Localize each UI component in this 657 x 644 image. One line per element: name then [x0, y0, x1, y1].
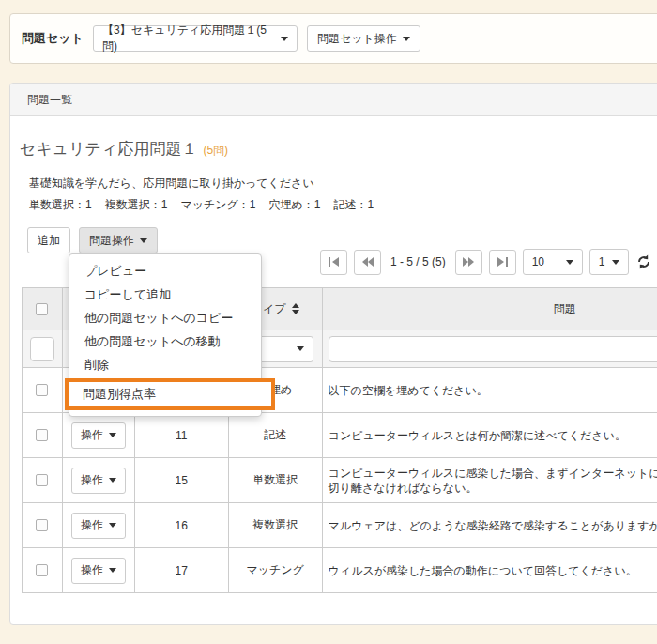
- page: 問題セット 【3】セキュリティ応用問題１(5問) 問題セット操作 問題一覧 セキ…: [0, 0, 657, 644]
- row-type: 記述: [229, 413, 323, 458]
- row-checkbox[interactable]: [36, 384, 48, 396]
- type-count: 複数選択：1: [105, 197, 168, 213]
- panel-header-title: 問題一覧: [27, 92, 72, 108]
- type-count: 穴埋め：1: [268, 197, 320, 213]
- question-operations-button[interactable]: 問題操作: [79, 227, 158, 253]
- row-type: 単数選択: [229, 458, 323, 503]
- add-button[interactable]: 追加: [27, 227, 70, 253]
- row-checkbox[interactable]: [36, 519, 48, 531]
- type-counts: 単数選択：1 複数選択：1 マッチング：1 穴埋め：1 記述：1: [29, 197, 374, 213]
- row-actions-button[interactable]: 操作: [71, 513, 126, 539]
- row-checkbox[interactable]: [36, 429, 48, 441]
- row-actions-button[interactable]: 操作: [71, 558, 126, 584]
- caret-down-icon: [109, 433, 116, 437]
- row-type: 複数選択: [229, 503, 323, 548]
- caret-down-icon: [281, 37, 288, 41]
- question-set-select[interactable]: 【3】セキュリティ応用問題１(5問): [93, 25, 298, 52]
- row-question: コンピューターウィルスに感染した場合、まずインターネットに接 切り離さなければな…: [323, 458, 657, 503]
- row-id: 17: [135, 548, 229, 593]
- caret-down-icon: [566, 260, 573, 265]
- next-page-button[interactable]: [455, 250, 482, 275]
- menu-item-copy-add[interactable]: コピーして追加: [69, 283, 261, 306]
- table-row: 操作 16 複数選択 マルウェアは、どのような感染経路で感染することがありますか…: [23, 503, 657, 548]
- question-list-panel: 問題一覧 セキュリティ応用問題１(5問) 基礎知識を学んだら、応用問題に取り掛か…: [9, 83, 657, 625]
- last-page-icon: [496, 256, 509, 268]
- refresh-button[interactable]: [635, 253, 652, 270]
- panel-header: 問題一覧: [10, 84, 657, 116]
- question-set-label: 問題セット: [22, 30, 84, 47]
- row-id: 11: [135, 413, 229, 458]
- page-number-select[interactable]: 1: [589, 249, 629, 275]
- caret-down-icon: [140, 238, 147, 243]
- question-operations-menu: プレビュー コピーして追加 他の問題セットへのコピー 他の問題セットへの移動 削…: [69, 253, 262, 417]
- type-count: 記述：1: [333, 197, 374, 213]
- question-set-operations-button[interactable]: 問題セット操作: [307, 25, 420, 52]
- type-count: 単数選択：1: [29, 197, 92, 213]
- type-count: マッチング：1: [180, 197, 255, 213]
- panel-body: セキュリティ応用問題１(5問) 基礎知識を学んだら、応用問題に取り掛かってくださ…: [10, 116, 657, 625]
- page-range-text: 1 - 5 / 5 (5): [390, 255, 446, 268]
- table-row: 操作 11 記述 コンピューターウィルスとは何か簡潔に述べてください。: [23, 413, 657, 458]
- pagination: 1 - 5 / 5 (5) 10 1: [320, 249, 657, 275]
- first-page-button[interactable]: [320, 250, 347, 275]
- table-row: 操作 15 単数選択 コンピューターウィルスに感染した場合、まずインターネットに…: [23, 458, 657, 503]
- row-checkbox[interactable]: [36, 564, 48, 576]
- row-actions-button[interactable]: 操作: [71, 468, 126, 494]
- set-description: 基礎知識を学んだら、応用問題に取り掛かってください: [29, 176, 314, 192]
- caret-down-icon: [109, 478, 116, 483]
- question-set-select-value: 【3】セキュリティ応用問題１(5問): [102, 23, 281, 54]
- caret-down-icon: [109, 523, 116, 528]
- question-set-bar: 問題セット 【3】セキュリティ応用問題１(5問) 問題セット操作: [9, 13, 657, 64]
- next-page-icon: [462, 256, 475, 268]
- filter-box: [30, 337, 54, 361]
- set-title: セキュリティ応用問題１(5問): [20, 138, 228, 160]
- column-header-question: 問題: [323, 288, 657, 330]
- caret-down-icon: [109, 568, 116, 573]
- prev-page-icon: [361, 256, 374, 268]
- menu-item-score-rate-highlighted[interactable]: 問題別得点率: [65, 378, 275, 410]
- menu-item-copy-to-other-set[interactable]: 他の問題セットへのコピー: [69, 306, 261, 330]
- question-filter-input[interactable]: [328, 336, 657, 362]
- caret-down-icon: [297, 346, 304, 351]
- last-page-button[interactable]: [489, 250, 516, 275]
- row-checkbox[interactable]: [36, 474, 48, 486]
- row-question: 以下の空欄を埋めてください。: [323, 368, 657, 413]
- row-question: コンピューターウィルスとは何か簡潔に述べてください。: [323, 413, 657, 458]
- first-page-icon: [328, 256, 341, 268]
- caret-down-icon: [403, 37, 410, 41]
- row-type: マッチング: [229, 548, 323, 593]
- select-all-checkbox[interactable]: [36, 303, 48, 315]
- prev-page-button[interactable]: [354, 250, 381, 275]
- row-question: マルウェアは、どのような感染経路で感染することがありますか？: [323, 503, 657, 548]
- row-id: 16: [135, 503, 229, 548]
- toolbar: 追加 問題操作: [27, 227, 158, 253]
- refresh-icon: [635, 253, 652, 270]
- row-actions-button[interactable]: 操作: [71, 422, 126, 449]
- row-id: 15: [135, 458, 229, 503]
- row-question: ウィルスが感染した場合の動作について回答してください。: [323, 548, 657, 593]
- menu-item-preview[interactable]: プレビュー: [69, 259, 261, 283]
- table-row: 操作 17 マッチング ウィルスが感染した場合の動作について回答してください。: [23, 548, 657, 593]
- sort-icon: [292, 303, 299, 314]
- caret-down-icon: [612, 260, 619, 265]
- page-size-select[interactable]: 10: [523, 249, 583, 275]
- question-count-badge: (5問): [203, 144, 228, 157]
- menu-item-move-to-other-set[interactable]: 他の問題セットへの移動: [69, 330, 261, 353]
- menu-item-delete[interactable]: 削除: [69, 353, 261, 376]
